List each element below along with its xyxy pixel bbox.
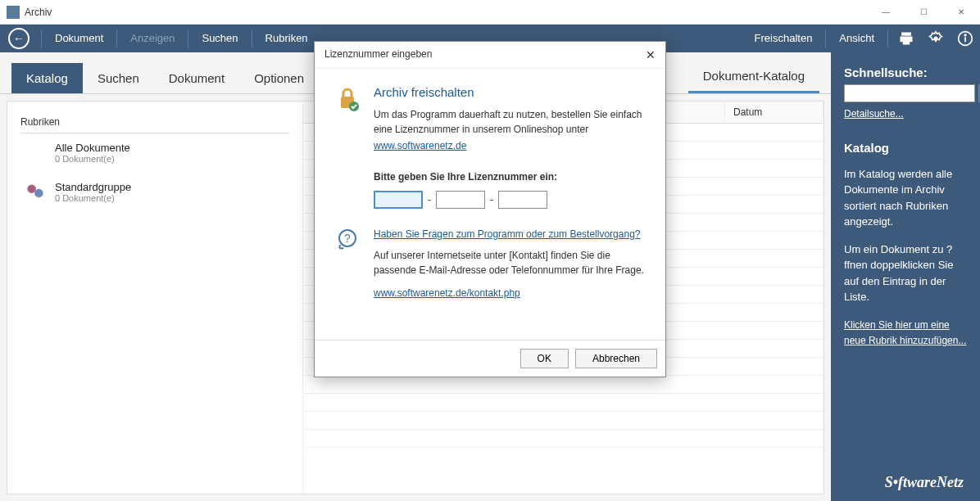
svg-rect-2 [903, 40, 910, 45]
close-button[interactable]: ✕ [942, 0, 980, 25]
toolbar-suchen[interactable]: Suchen [192, 25, 247, 52]
svg-point-8 [34, 189, 43, 198]
modal-close-icon[interactable]: ✕ [646, 48, 656, 61]
toolbar-ansicht[interactable]: Ansicht [829, 25, 884, 52]
toolbar-freischalten[interactable]: Freischalten [745, 25, 823, 52]
rubriken-panel: Rubriken Alle Dokumente 0 Dokument(e) St… [7, 102, 302, 494]
tab-dokument[interactable]: Dokument [154, 63, 239, 93]
group-icon [24, 181, 47, 204]
katalog-text: Im Katalog werden alle Dokumente im Arch… [844, 166, 967, 230]
license-field-2[interactable] [436, 191, 485, 209]
toolbar-anzeigen[interactable]: Anzeigen [120, 25, 184, 52]
app-icon [7, 6, 20, 19]
table-row[interactable] [303, 394, 823, 412]
rubrik-alle-dokumente[interactable]: Alle Dokumente 0 Dokument(e) [20, 133, 289, 173]
katalog-title: Katalog [844, 139, 967, 158]
question-icon: ? [334, 228, 361, 304]
tab-optionen[interactable]: Optionen [239, 63, 319, 93]
rubriken-header: Rubriken [20, 111, 289, 133]
schnellsuche-title: Schnellsuche: [844, 65, 967, 79]
tab-suchen[interactable]: Suchen [83, 63, 154, 93]
katalog-text: Um ein Dokument zu ?ffnen doppelklicken … [844, 241, 967, 305]
rubrik-name: Standardgruppe [55, 181, 131, 193]
lock-icon [334, 85, 361, 151]
table-row[interactable] [303, 430, 823, 448]
rubrik-name: Alle Dokumente [55, 142, 130, 154]
print-icon[interactable] [898, 30, 914, 47]
titlebar: Archiv — ☐ ✕ [0, 0, 980, 25]
maximize-button[interactable]: ☐ [905, 0, 942, 25]
modal-title: Lizenznummer eingeben [324, 48, 432, 61]
modal-heading-fragen: Haben Sie Fragen zum Programm oder zum B… [374, 228, 646, 240]
license-modal: Lizenznummer eingeben ✕ Archiv freischal… [314, 41, 666, 377]
rubrik-count: 0 Dokument(e) [55, 193, 131, 203]
neue-rubrik-link[interactable]: Klicken Sie hier um eine neue Rubrik hin… [844, 319, 966, 347]
schnellsuche-input[interactable] [844, 84, 975, 102]
brand-logo: S•ftwareNetz [885, 474, 964, 491]
right-panel: Schnellsuche: Los Detailsuche... Katalog… [831, 52, 980, 501]
ok-button[interactable]: OK [520, 349, 569, 368]
gear-icon[interactable] [928, 30, 944, 47]
dokument-katalog-header: Dokument-Katalog [688, 61, 819, 93]
rubrik-standardgruppe[interactable]: Standardgruppe 0 Dokument(e) [20, 173, 289, 212]
svg-rect-0 [901, 33, 911, 36]
license-field-1[interactable] [374, 191, 423, 209]
tab-katalog[interactable]: Katalog [11, 63, 83, 93]
table-row[interactable] [303, 412, 823, 430]
kontakt-link[interactable]: www.softwarenetz.de/kontakt.php [374, 287, 520, 299]
window-title: Archiv [25, 7, 52, 18]
toolbar-rubriken[interactable]: Rubriken [256, 25, 318, 52]
softwarenetz-link[interactable]: www.softwarenetz.de [374, 140, 466, 151]
minimize-button[interactable]: — [867, 0, 905, 25]
rubrik-count: 0 Dokument(e) [55, 154, 130, 164]
svg-point-7 [27, 184, 36, 193]
modal-heading-freischalten: Archiv freischalten [374, 85, 646, 99]
back-button[interactable]: ← [8, 28, 29, 49]
modal-text: Um das Programm dauerhaft zu nutzen, bes… [374, 107, 646, 137]
svg-point-6 [964, 34, 966, 36]
modal-text: Auf unserer Internetseite unter [Kontakt… [374, 248, 646, 278]
info-icon[interactable] [957, 30, 973, 47]
license-field-3[interactable] [498, 191, 547, 209]
license-prompt: Bitte geben Sie Ihre Lizenznummer ein: [374, 171, 557, 183]
table-row[interactable] [303, 376, 823, 394]
cancel-button[interactable]: Abbrechen [575, 349, 657, 368]
toolbar-dokument[interactable]: Dokument [45, 25, 113, 52]
detailsuche-link[interactable]: Detailsuche... [844, 108, 904, 120]
col-datum[interactable]: Datum [725, 102, 823, 123]
svg-text:?: ? [344, 232, 351, 245]
